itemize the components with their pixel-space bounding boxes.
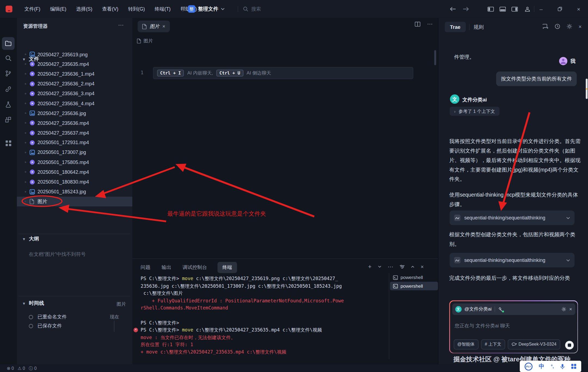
split-editor-icon[interactable]: [415, 22, 421, 27]
ime-panel-grid-icon[interactable]: [571, 364, 577, 369]
terminal-dropdown-icon[interactable]: [378, 266, 381, 268]
tool-name: sequential-thinking/sequentialthinking: [464, 215, 562, 221]
terminal-line: move : 当文件已存在时，无法创建该文件。: [141, 334, 388, 341]
apps-grid-icon[interactable]: [2, 137, 15, 150]
tools-hammer-icon[interactable]: [498, 307, 503, 312]
panel-maximize-icon[interactable]: [411, 266, 414, 268]
stop-generation-button[interactable]: [565, 341, 574, 349]
menu-item[interactable]: 编辑(E): [45, 6, 71, 13]
problems-status[interactable]: ⊗0⚠0ⓘ0: [7, 365, 37, 371]
panel-close-icon[interactable]: ×: [421, 264, 424, 270]
file-name: 20250427_235636.mp4: [38, 120, 89, 126]
new-terminal-icon[interactable]: +: [368, 263, 372, 270]
file-row[interactable]: 20250427_235636.mp4: [17, 118, 132, 128]
file-row[interactable]: 20250501_180830.mp4: [17, 177, 132, 187]
timeline-item[interactable]: 已保存文件: [17, 321, 132, 330]
editor-more-icon[interactable]: ⋯: [427, 22, 433, 27]
panel-tab-终端[interactable]: 终端: [218, 262, 237, 273]
file-row[interactable]: 20250501_173007.jpg: [17, 148, 132, 157]
code-editor[interactable]: 1 Ctrl + I AI 内嵌聊天, Ctrl + U AI 侧边聊天: [132, 46, 438, 259]
terminal-line: rShell.Commands.MoveItemCommand: [141, 304, 388, 312]
menu-item[interactable]: 终端(T): [150, 6, 176, 13]
terminal-output[interactable]: PS C:\整理文件> move c:\整理文件\20250427_235619…: [141, 275, 388, 356]
remote-link-icon[interactable]: [2, 83, 15, 95]
terminal-instance-row[interactable]: powershell: [390, 273, 438, 282]
global-search[interactable]: 搜索: [243, 0, 261, 18]
explorer-icon[interactable]: [2, 37, 15, 50]
chip-智能体[interactable]: @智能体: [454, 339, 478, 349]
context-reference-pill[interactable]: › 参考了 1 个上下文: [450, 107, 500, 116]
panel-tab-调试控制台[interactable]: 调试控制台: [182, 262, 208, 273]
ime-toolbar: iFLY 中 °,: [520, 361, 581, 372]
file-row[interactable]: 20250501_185243.jpg: [17, 187, 132, 197]
panel-filter-icon[interactable]: [400, 265, 405, 269]
problem-counter[interactable]: ⓘ0: [29, 365, 37, 371]
nav-back-button[interactable]: [449, 5, 458, 14]
menu-item[interactable]: 查看(V): [97, 6, 123, 13]
extensions-icon[interactable]: [2, 113, 15, 126]
toggle-bottom-panel-button[interactable]: [498, 5, 507, 14]
chat-input-header: 文 @文件分类ai ×: [452, 303, 575, 315]
mcp-tool-card-1[interactable]: sequential-thinking/sequentialthinking: [450, 210, 575, 225]
search-sidebar-icon[interactable]: [2, 52, 15, 64]
toggle-right-sidebar-button[interactable]: [510, 5, 519, 14]
file-row[interactable]: 20250427_235636_1.mp4: [17, 69, 132, 79]
chip-上下文[interactable]: # 上下文: [481, 339, 505, 349]
ifly-logo-icon[interactable]: iFLY: [525, 362, 532, 370]
panel-scrollbar[interactable]: [586, 79, 588, 99]
settings-gear-icon[interactable]: [566, 24, 572, 30]
outline-section-header[interactable]: ▼ 大纲: [22, 235, 39, 242]
menu-item[interactable]: 文件(F): [20, 6, 45, 13]
user-avatar: [559, 57, 567, 65]
source-control-icon[interactable]: [2, 67, 15, 80]
timeline-section-header[interactable]: ▼ 时间线: [22, 300, 44, 307]
close-panel-icon[interactable]: ×: [578, 24, 581, 30]
agent-mention[interactable]: @文件分类ai: [464, 306, 492, 312]
toggle-left-sidebar-button[interactable]: [486, 5, 495, 14]
file-row[interactable]: 20250427_235635.mp4: [17, 59, 132, 69]
close-window-button[interactable]: ×: [574, 5, 583, 14]
file-row[interactable]: 20250427_235636.jpg: [17, 108, 132, 118]
file-row[interactable]: 20250427_235636_3.mp4: [17, 89, 132, 98]
tab-trae[interactable]: Trae: [445, 22, 466, 32]
panel-more-icon[interactable]: ⋯: [388, 263, 393, 270]
terminal-instance-row[interactable]: powershell: [390, 282, 438, 290]
file-row[interactable]: 图片: [17, 197, 132, 206]
chat-close-icon[interactable]: ×: [569, 306, 572, 312]
file-row[interactable]: 20250501_172931.mp4: [17, 138, 132, 148]
panel-tab-输出[interactable]: 输出: [161, 262, 172, 273]
new-chat-icon[interactable]: [542, 24, 548, 30]
sidebar-more-icon[interactable]: ⋯: [118, 22, 124, 29]
model-selector-chip[interactable]: DeepSeek-V3-0324: [508, 339, 560, 349]
restore-button[interactable]: [555, 5, 564, 14]
file-row[interactable]: 20250427_235619.png: [17, 49, 132, 59]
file-row[interactable]: 20250501_175805.mp4: [17, 157, 132, 167]
chat-settings-gear-icon[interactable]: [561, 307, 566, 312]
problem-counter[interactable]: ⊗0: [7, 365, 14, 371]
nav-forward-button[interactable]: [461, 5, 470, 14]
editor-tab-image[interactable]: 图片 ×: [138, 21, 170, 32]
workspace-switcher[interactable]: 整 整理文件: [188, 0, 225, 18]
editor-scrollbar[interactable]: [434, 50, 436, 65]
file-row[interactable]: 20250501_180642.mp4: [17, 167, 132, 177]
problem-counter[interactable]: ⚠0: [18, 365, 25, 371]
timeline-item[interactable]: 已重命名文件现在: [17, 312, 132, 321]
file-row[interactable]: 20250427_235637.mp4: [17, 128, 132, 138]
history-icon[interactable]: [555, 24, 560, 30]
ime-punctuation-toggle[interactable]: °,: [551, 364, 554, 369]
menu-item[interactable]: 选择(S): [71, 6, 97, 13]
mcp-tool-card-2[interactable]: sequential-thinking/sequentialthinking: [450, 253, 575, 268]
chat-input-placeholder[interactable]: 您正在与 文件分类ai 聊天: [455, 322, 510, 329]
menu-item[interactable]: 转到(G): [123, 6, 150, 13]
minimize-button[interactable]: –: [537, 5, 546, 14]
file-row[interactable]: 20250427_235636_4.mp4: [17, 98, 132, 108]
close-tab-icon[interactable]: ×: [162, 24, 165, 29]
test-flask-icon[interactable]: [2, 98, 15, 111]
file-row[interactable]: 20250427_235636_2.mp4: [17, 79, 132, 89]
breadcrumb[interactable]: 图片: [137, 36, 153, 46]
ime-mic-icon[interactable]: [560, 364, 565, 369]
account-icon[interactable]: [523, 5, 532, 14]
ime-language-toggle[interactable]: 中: [539, 363, 544, 370]
panel-tab-问题[interactable]: 问题: [140, 262, 151, 273]
tab-rules[interactable]: 规则: [474, 24, 484, 31]
